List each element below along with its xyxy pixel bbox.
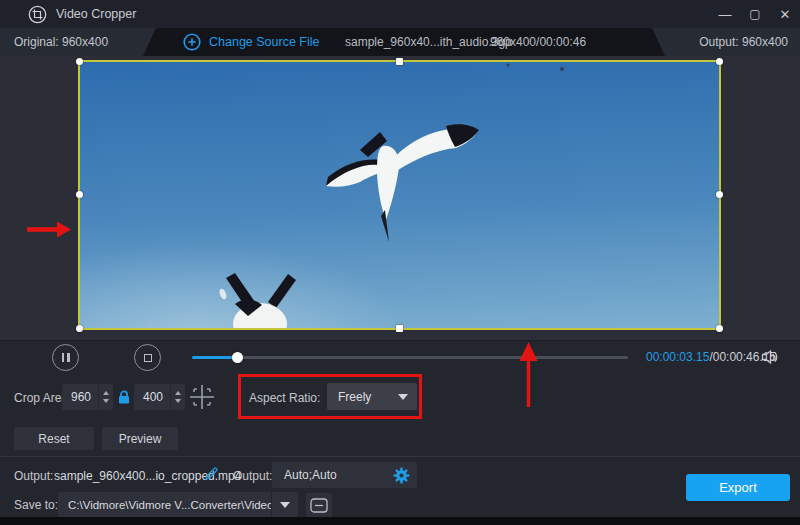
chevron-down-icon	[398, 394, 408, 400]
source-file-name: sample_960x40...ith_audio.3gp	[345, 28, 512, 56]
crop-handle-mid-left[interactable]	[76, 191, 83, 198]
minimize-button[interactable]: —	[710, 0, 740, 28]
volume-icon[interactable]	[760, 348, 778, 366]
topbar: Original: 960x400 Change Source File sam…	[0, 28, 800, 56]
export-button[interactable]: Export	[686, 474, 790, 501]
titlebar: Video Cropper — ▢ ✕	[0, 0, 800, 28]
window-title: Video Cropper	[56, 7, 136, 21]
crop-height-stepper[interactable]	[170, 384, 185, 410]
video-cropper-window: Video Cropper — ▢ ✕ Original: 960x400 Ch…	[0, 0, 800, 525]
crop-width-stepper[interactable]	[98, 384, 113, 410]
center-crop-icon[interactable]	[188, 383, 216, 411]
crop-app-icon	[28, 5, 47, 24]
chevron-down-icon	[280, 502, 290, 508]
video-frame	[80, 62, 719, 328]
preview-panel	[0, 56, 800, 340]
seagulls-video-frame	[80, 62, 719, 328]
crop-handle-top-left[interactable]	[76, 58, 83, 65]
crop-width-value[interactable]: 960	[62, 390, 98, 404]
original-info-tab: Original: 960x400	[0, 28, 156, 56]
lock-aspect-icon[interactable]	[116, 389, 132, 405]
output-format-value: Auto;Auto	[272, 468, 393, 482]
seek-thumb[interactable]	[232, 352, 243, 363]
save-to-label: Save to:	[14, 498, 58, 512]
separator	[0, 456, 800, 457]
reset-button[interactable]: Reset	[14, 427, 94, 450]
seek-progress	[192, 356, 237, 359]
output-info-tab: Output: 960x400	[652, 28, 800, 56]
crop-width-input[interactable]: 960	[62, 384, 113, 410]
save-path-select[interactable]: C:\Vidmore\Vidmore V...Converter\Video C…	[58, 492, 298, 517]
crop-handle-bottom-right[interactable]	[716, 325, 723, 332]
stop-icon	[144, 354, 152, 362]
output-resolution: Output: 960x400	[699, 35, 788, 49]
seek-track[interactable]	[192, 356, 628, 359]
crop-handle-top-center[interactable]	[396, 58, 403, 65]
pause-icon	[62, 353, 70, 362]
aspect-ratio-value: Freely	[327, 390, 398, 404]
crop-handle-mid-right[interactable]	[716, 191, 723, 198]
preview-button[interactable]: Preview	[102, 427, 178, 450]
seek-slider[interactable]	[192, 351, 628, 363]
browse-folder-button[interactable]	[306, 493, 332, 517]
transport-bar: 00:00:03.15 /00:00:46.15	[0, 340, 800, 372]
crop-height-input[interactable]: 400	[134, 384, 185, 410]
output-format-label: Output:	[233, 469, 272, 483]
output-file-label: Output:	[14, 469, 53, 483]
save-path-value: C:\Vidmore\Vidmore V...Converter\Video C…	[58, 499, 271, 511]
crop-handle-bottom-left[interactable]	[76, 325, 83, 332]
close-button[interactable]: ✕	[770, 0, 800, 28]
stop-button[interactable]	[134, 344, 161, 371]
maximize-button[interactable]: ▢	[740, 0, 770, 28]
source-file-info: 960x400/00:00:46	[490, 28, 586, 56]
save-path-dropdown[interactable]	[271, 492, 298, 517]
edit-pencil-icon[interactable]	[204, 466, 219, 481]
change-source-file-button[interactable]: Change Source File	[183, 28, 319, 56]
window-footer	[0, 517, 800, 525]
aspect-ratio-label: Aspect Ratio:	[249, 391, 320, 405]
original-resolution: Original: 960x400	[14, 35, 108, 49]
window-controls: — ▢ ✕	[710, 0, 800, 28]
pause-button[interactable]	[52, 344, 79, 371]
crop-handle-bottom-center[interactable]	[396, 325, 403, 332]
time-current: 00:00:03.15	[646, 350, 709, 364]
crop-handle-top-right[interactable]	[716, 58, 723, 65]
annotation-arrow-left	[27, 221, 72, 238]
time-display: 00:00:03.15 /00:00:46.15	[646, 341, 776, 373]
gear-icon[interactable]	[393, 467, 410, 484]
controls-panel: Crop Area: 960 400 Aspect Ratio: Freely …	[0, 372, 800, 517]
folder-icon	[310, 498, 328, 513]
aspect-ratio-select[interactable]: Freely	[327, 383, 417, 410]
crop-height-value[interactable]: 400	[134, 390, 170, 404]
plus-circle-icon	[183, 33, 201, 51]
video-preview[interactable]	[78, 60, 721, 330]
output-format-field[interactable]: Auto;Auto	[272, 462, 417, 488]
